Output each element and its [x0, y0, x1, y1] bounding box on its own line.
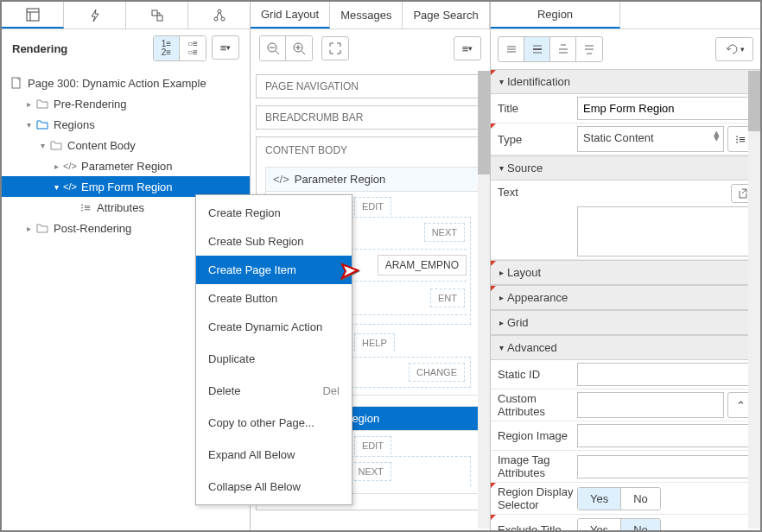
- middle-tabs: Grid Layout Messages Page Search: [251, 2, 490, 29]
- prop-region-display-selector: Region Display Selector Yes No: [491, 483, 760, 515]
- region-header[interactable]: </> Parameter Region: [266, 168, 478, 192]
- folder-icon: [35, 98, 50, 109]
- ctx-create-page-item[interactable]: Create Page Item: [196, 256, 352, 284]
- toggle-yes[interactable]: Yes: [578, 488, 621, 510]
- collapse-icon[interactable]: ▾: [36, 141, 48, 150]
- display-mode-buttons: [498, 36, 603, 62]
- properties-panel: ▾Identification Title Type Static Conten…: [491, 69, 760, 530]
- svg-rect-0: [27, 9, 39, 21]
- ctx-expand-all[interactable]: Expand All Below: [196, 440, 352, 469]
- section-advanced[interactable]: ▾Advanced: [491, 335, 760, 360]
- page-navigation-block[interactable]: PAGE NAVIGATION: [256, 74, 485, 98]
- type-select[interactable]: Static Content▴▾: [577, 126, 724, 152]
- menu-button[interactable]: ≡▾: [454, 36, 481, 60]
- expand-icon[interactable]: ▸: [50, 162, 62, 171]
- svg-line-12: [276, 51, 279, 54]
- prop-label: Region Display Selector: [498, 485, 577, 511]
- tab-processing[interactable]: [126, 2, 188, 28]
- spinner-icon: ▴▾: [714, 130, 720, 141]
- collapse-icon[interactable]: ▾: [22, 120, 35, 130]
- ent-slot[interactable]: ENT: [430, 288, 465, 307]
- ctx-create-sub-region[interactable]: Create Sub Region: [196, 227, 352, 256]
- image-tag-input[interactable]: [577, 455, 753, 478]
- prop-image-tag-attrs: Image Tag Attributes: [491, 451, 760, 483]
- tree-parameter-region[interactable]: ▸ </> Parameter Region: [2, 155, 250, 176]
- expand-icon[interactable]: ▸: [22, 99, 35, 109]
- ctx-duplicate[interactable]: Duplicate: [196, 345, 352, 373]
- toggle-yes[interactable]: Yes: [578, 519, 621, 531]
- help-slot[interactable]: HELP: [354, 333, 395, 352]
- edit-slot[interactable]: EDIT: [354, 197, 391, 215]
- tree-view-icon: [26, 8, 40, 22]
- tree-content-body[interactable]: ▾ Content Body: [2, 135, 250, 155]
- zoom-out-button[interactable]: [260, 36, 286, 60]
- share-icon: [213, 9, 226, 22]
- cursor-pointer-icon: [339, 261, 359, 280]
- ctx-collapse-all[interactable]: Collapse All Below: [196, 472, 352, 501]
- custom-attrs-input[interactable]: [577, 392, 724, 418]
- view-grouped-icon[interactable]: ○≡○≡: [180, 36, 206, 60]
- scrollbar[interactable]: [748, 71, 760, 529]
- section-grid[interactable]: ▸Grid: [491, 310, 760, 335]
- prop-label: Title: [498, 102, 577, 115]
- svg-rect-4: [157, 16, 162, 21]
- lightning-icon: [88, 9, 102, 22]
- menu-button[interactable]: ≡▾: [212, 35, 239, 60]
- tree-label: Regions: [54, 118, 95, 131]
- expand-button[interactable]: [321, 36, 349, 60]
- section-source[interactable]: ▾Source: [491, 155, 760, 180]
- display-mode-1[interactable]: [498, 37, 524, 61]
- tree-label: Pre-Rendering: [54, 98, 127, 111]
- expand-icon[interactable]: ▸: [22, 224, 35, 233]
- tree-label: Page 300: Dynamic Action Example: [28, 77, 206, 90]
- tab-messages[interactable]: Messages: [330, 2, 403, 28]
- prop-text: Text: [491, 180, 760, 260]
- view-numbered-icon[interactable]: 1≡2≡: [154, 36, 180, 60]
- display-mode-2[interactable]: [524, 37, 550, 61]
- toggle-exclude-title: Yes No: [577, 518, 661, 531]
- change-slot[interactable]: CHANGE: [409, 363, 465, 382]
- tab-dynamic-actions[interactable]: [64, 2, 126, 28]
- process-icon: [150, 9, 164, 22]
- param-empno-item[interactable]: ARAM_EMPNO: [378, 255, 467, 276]
- edit-slot[interactable]: EDIT: [354, 436, 391, 454]
- toggle-no[interactable]: No: [621, 519, 660, 531]
- tab-shared[interactable]: [188, 2, 250, 28]
- section-identification[interactable]: ▾Identification: [491, 69, 760, 94]
- tree-page-node[interactable]: Page 300: Dynamic Action Example: [2, 73, 250, 93]
- ctx-delete[interactable]: DeleteDel: [196, 377, 352, 405]
- prop-custom-attrs: Custom Attributes ⌃: [491, 390, 760, 421]
- text-textarea[interactable]: [577, 206, 753, 256]
- region-image-input[interactable]: [577, 424, 753, 447]
- prop-label: Text: [498, 186, 577, 199]
- tab-grid-layout[interactable]: Grid Layout: [251, 2, 330, 28]
- scrollbar[interactable]: [478, 71, 490, 529]
- next-slot[interactable]: NEXT: [424, 223, 465, 242]
- ctx-create-dynamic-action[interactable]: Create Dynamic Action: [196, 313, 352, 341]
- toggle-rds: Yes No: [577, 487, 661, 510]
- next-slot[interactable]: NEXT: [350, 462, 391, 481]
- section-appearance[interactable]: ▸Appearance: [491, 285, 760, 310]
- undo-menu-button[interactable]: ▾: [715, 37, 753, 61]
- collapse-icon[interactable]: ▾: [50, 182, 62, 192]
- right-tabs: Region: [491, 2, 760, 29]
- display-mode-4[interactable]: [576, 37, 602, 61]
- tree-pre-rendering[interactable]: ▸ Pre-Rendering: [2, 93, 250, 114]
- code-icon: </>: [62, 161, 78, 171]
- display-mode-3[interactable]: [550, 37, 576, 61]
- right-toolbar: ▾: [491, 29, 760, 69]
- tab-page-search[interactable]: Page Search: [403, 2, 489, 28]
- breadcrumb-block[interactable]: BREADCRUMB BAR: [256, 105, 485, 130]
- title-input[interactable]: [577, 97, 753, 120]
- static-id-input[interactable]: [577, 363, 753, 386]
- zoom-in-button[interactable]: [286, 36, 312, 60]
- tab-region[interactable]: Region: [491, 2, 620, 28]
- tab-rendering[interactable]: [2, 2, 64, 28]
- tree-regions[interactable]: ▾ Regions: [2, 114, 250, 135]
- toggle-no[interactable]: No: [621, 488, 660, 510]
- ctx-create-button[interactable]: Create Button: [196, 284, 352, 313]
- tree-label: Attributes: [97, 201, 144, 214]
- section-layout[interactable]: ▸Layout: [491, 260, 760, 285]
- ctx-create-region[interactable]: Create Region: [196, 199, 352, 227]
- ctx-copy-to-other-page[interactable]: Copy to other Page...: [196, 408, 352, 437]
